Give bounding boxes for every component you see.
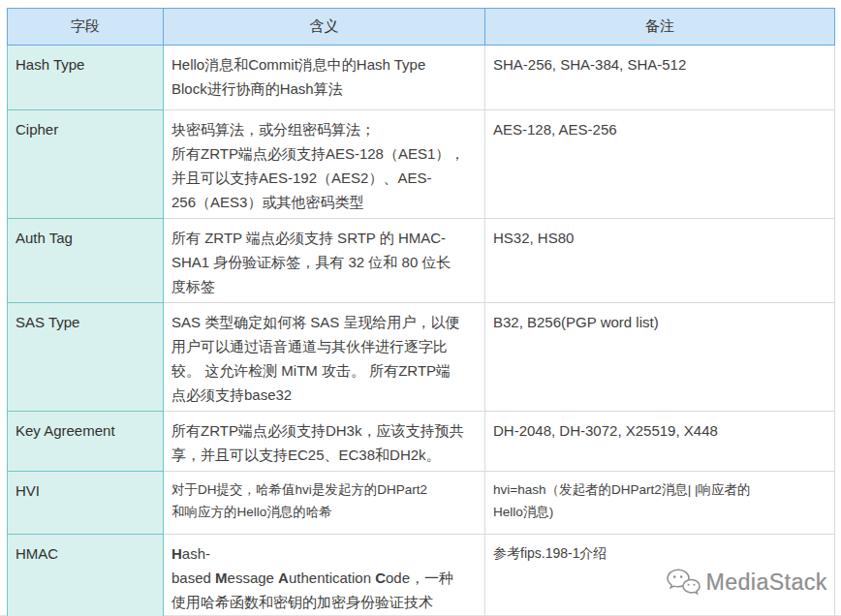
table-row-hmac: HMAC Hash- based Message Authentication …	[8, 535, 835, 616]
field-cell: Cipher	[8, 110, 164, 219]
note-cell: AES-128, AES-256	[485, 110, 835, 219]
table-row-cipher: Cipher 块密码算法，或分组密码算法； 所有ZRTP端点必须支持AES-12…	[8, 110, 835, 219]
field-cell: HMAC	[8, 535, 164, 616]
meaning-cell: Hello消息和Commit消息中的Hash Type Block进行协商的Ha…	[164, 46, 485, 110]
field-cell: Auth Tag	[8, 219, 164, 303]
table-header: 字段 含义 备注	[8, 9, 835, 46]
header-meaning: 含义	[164, 9, 485, 46]
header-row: 字段 含义 备注	[8, 9, 835, 46]
note-cell: HS32, HS80	[485, 219, 835, 303]
header-field: 字段	[8, 9, 164, 46]
meaning-cell: SAS 类型确定如何将 SAS 呈现给用户，以便 用户可以通过语音通道与其伙伴进…	[164, 303, 485, 412]
table-row-hvi: HVI 对于DH提交，哈希值hvi是发起方的DHPart2 和响应方的Hello…	[8, 472, 835, 535]
zrtp-parameters-table: 字段 含义 备注 Hash Type Hello消息和Commit消息中的Has…	[7, 8, 835, 616]
field-cell: Key Agreement	[8, 412, 164, 472]
table-row-sas-type: SAS Type SAS 类型确定如何将 SAS 呈现给用户，以便 用户可以通过…	[8, 303, 835, 412]
note-cell: hvi=hash（发起者的DHPart2消息| |响应者的 Hello消息)	[485, 472, 835, 535]
field-cell: HVI	[8, 472, 164, 535]
meaning-cell: Hash- based Message Authentication Code，…	[164, 535, 485, 616]
table-row-auth-tag: Auth Tag 所有 ZRTP 端点必须支持 SRTP 的 HMAC- SHA…	[8, 219, 835, 303]
note-cell: SHA-256, SHA-384, SHA-512	[485, 46, 835, 110]
field-cell: SAS Type	[8, 303, 164, 412]
table-row-hash-type: Hash Type Hello消息和Commit消息中的Hash Type Bl…	[8, 46, 835, 110]
meaning-cell: 所有 ZRTP 端点必须支持 SRTP 的 HMAC- SHA1 身份验证标签，…	[164, 219, 485, 303]
article-page: 字段 含义 备注 Hash Type Hello消息和Commit消息中的Has…	[0, 0, 841, 616]
table-row-key-agreement: Key Agreement 所有ZRTP端点必须支持DH3k，应该支持预共 享，…	[8, 412, 835, 472]
meaning-cell: 块密码算法，或分组密码算法； 所有ZRTP端点必须支持AES-128（AES1）…	[164, 110, 485, 219]
note-cell: 参考fips.198-1介绍	[485, 535, 835, 616]
note-cell: DH-2048, DH-3072, X25519, X448	[485, 412, 835, 472]
meaning-cell: 所有ZRTP端点必须支持DH3k，应该支持预共 享，并且可以支持EC25、EC3…	[164, 412, 485, 472]
meaning-cell: 对于DH提交，哈希值hvi是发起方的DHPart2 和响应方的Hello消息的哈…	[164, 472, 485, 535]
note-cell: B32, B256(PGP word list)	[485, 303, 835, 412]
header-note: 备注	[485, 9, 835, 46]
field-cell: Hash Type	[8, 46, 164, 110]
